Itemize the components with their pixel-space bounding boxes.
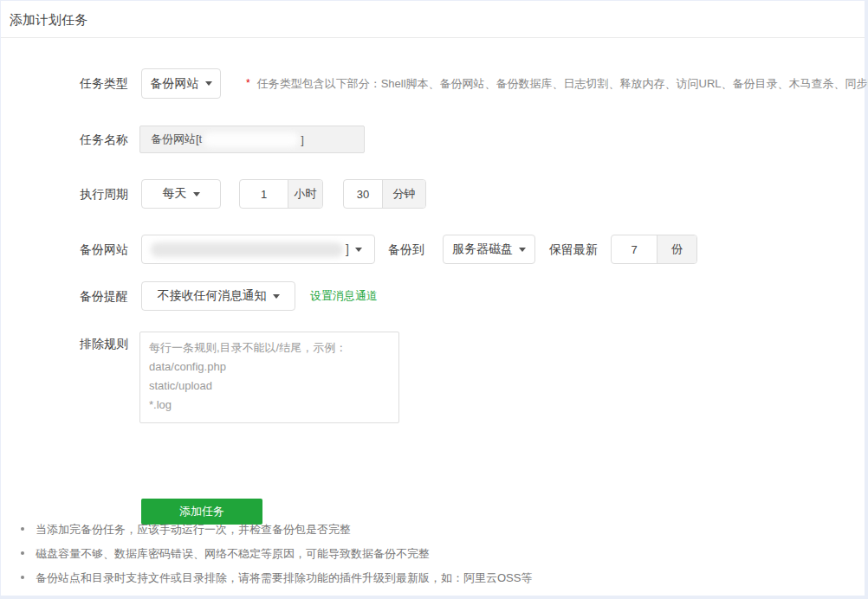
notify-select[interactable]: 不接收任何消息通知: [141, 281, 295, 311]
cycle-label: 执行周期: [1, 179, 128, 209]
keep-latest-label: 保留最新: [549, 235, 598, 264]
setup-message-channel-link[interactable]: 设置消息通道: [310, 281, 378, 311]
cycle-minute-input[interactable]: [344, 180, 382, 208]
backup-site-label: 备份网站: [1, 235, 128, 264]
backup-to-value: 服务器磁盘: [452, 242, 513, 257]
cycle-minute-group: 分钟: [343, 179, 426, 209]
chevron-down-icon: [355, 248, 362, 252]
notify-value: 不接收任何消息通知: [158, 288, 267, 304]
panel-header: 添加计划任务: [1, 1, 865, 38]
list-item: 磁盘容量不够、数据库密码错误、网络不稳定等原因，可能导致数据备份不完整: [1, 546, 865, 561]
cycle-period-select[interactable]: 每天: [141, 179, 221, 209]
task-name-value-prefix: 备份网站[t: [151, 132, 202, 147]
chevron-down-icon: [519, 248, 526, 252]
bullet-icon: [21, 576, 24, 579]
task-type-select[interactable]: 备份网站: [141, 68, 221, 99]
task-type-select-value: 备份网站: [151, 76, 199, 92]
keep-count-group: 份: [611, 235, 697, 264]
cycle-hour-unit: 小时: [288, 180, 322, 208]
keep-count-input[interactable]: [612, 235, 657, 263]
exclude-rules-textarea[interactable]: [139, 332, 399, 423]
task-name-input[interactable]: 备份网站[t ]: [139, 126, 365, 153]
add-cron-task-panel: 添加计划任务 任务类型 备份网站 *任务类型包含以下部分：Shell脚本、备份网…: [1, 1, 865, 596]
backup-site-select[interactable]: ]: [141, 235, 375, 264]
cycle-hour-group: 小时: [239, 179, 323, 209]
task-type-note-text: 任务类型包含以下部分：Shell脚本、备份网站、备份数据库、日志切割、释放内存、…: [257, 77, 868, 90]
tip-text: 磁盘容量不够、数据库密码错误、网络不稳定等原因，可能导致数据备份不完整: [36, 547, 430, 560]
task-type-note: *任务类型包含以下部分：Shell脚本、备份网站、备份数据库、日志切割、释放内存…: [246, 68, 868, 99]
bullet-icon: [21, 527, 24, 531]
tip-text: 备份站点和目录时支持文件或目录排除，请将需要排除功能的插件升级到最新版，如：阿里…: [36, 571, 532, 584]
backup-site-value-suffix: ]: [346, 242, 349, 256]
redacted-site-name: [204, 132, 299, 147]
task-name-label: 任务名称: [1, 126, 128, 153]
backup-to-select[interactable]: 服务器磁盘: [443, 235, 535, 264]
redacted-site-value: [151, 242, 343, 257]
notify-label: 备份提醒: [1, 281, 128, 311]
cycle-minute-unit: 分钟: [382, 180, 425, 208]
tip-text: 当添加完备份任务，应该手动运行一次，并检查备份包是否完整: [36, 523, 351, 536]
chevron-down-icon: [273, 294, 280, 299]
cycle-period-value: 每天: [163, 186, 187, 202]
keep-count-unit: 份: [657, 235, 696, 263]
chevron-down-icon: [205, 81, 212, 86]
tips-list: 当添加完备份任务，应该手动运行一次，并检查备份包是否完整 磁盘容量不够、数据库密…: [1, 522, 865, 595]
bullet-icon: [21, 551, 24, 555]
list-item: 备份站点和目录时支持文件或目录排除，请将需要排除功能的插件升级到最新版，如：阿里…: [1, 570, 865, 585]
page-title: 添加计划任务: [1, 1, 865, 38]
cycle-hour-input[interactable]: [240, 180, 288, 208]
list-item: 当添加完备份任务，应该手动运行一次，并检查备份包是否完整: [1, 522, 865, 537]
add-task-button[interactable]: 添加任务: [141, 499, 262, 525]
exclude-label: 排除规则: [1, 333, 128, 354]
task-name-value-suffix: ]: [301, 133, 304, 146]
chevron-down-icon: [193, 192, 200, 196]
required-asterisk: *: [246, 77, 250, 89]
task-type-label: 任务类型: [1, 68, 128, 99]
backup-to-label: 备份到: [388, 235, 424, 264]
